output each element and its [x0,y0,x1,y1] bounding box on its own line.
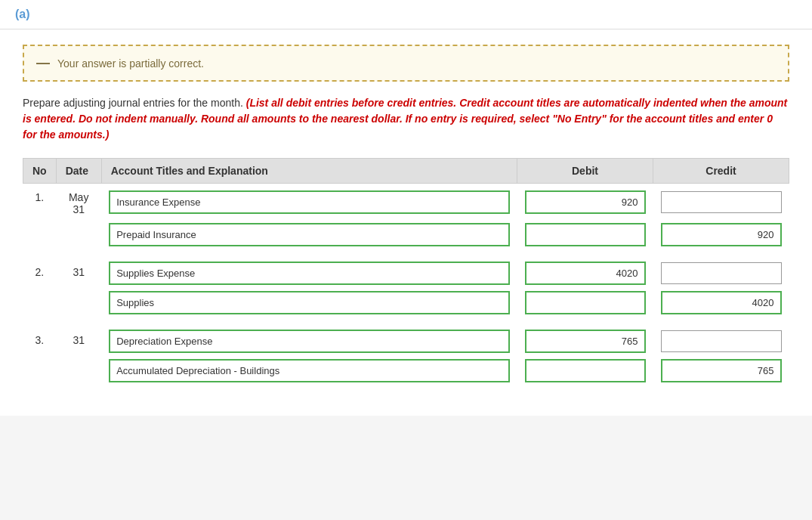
entry-date [56,220,101,249]
entry-number: 1. [23,184,57,221]
table-row: 2.31 [23,258,789,288]
credit-input[interactable] [661,223,782,246]
table-row: 1.May31 [23,184,789,221]
entry-date [56,288,101,317]
debit-cell [517,184,653,221]
account-input[interactable] [109,291,509,314]
debit-cell [517,288,653,317]
account-input[interactable] [109,330,509,353]
spacer-row [23,249,789,258]
header-account: Account Titles and Explanation [101,159,517,184]
account-cell [101,288,517,317]
entry-number [23,288,57,317]
instruction-plain: Prepare adjusting journal entries for th… [23,97,246,109]
debit-input[interactable] [525,223,646,246]
header-date: Date [56,159,101,184]
spacer-row [23,317,789,327]
credit-input[interactable] [661,291,782,314]
entry-number: 3. [23,327,57,356]
debit-input[interactable] [525,262,646,285]
page-header: (a) [0,0,812,29]
credit-cell [653,220,789,249]
credit-cell [653,258,789,288]
header-debit: Debit [517,159,653,184]
table-row [23,220,789,249]
table-row [23,288,789,317]
credit-cell [653,356,789,385]
credit-cell [653,184,789,221]
alert-icon: — [36,55,50,71]
account-input[interactable] [109,262,509,285]
table-row [23,356,789,385]
credit-input[interactable] [661,330,782,352]
account-cell [101,184,517,221]
debit-input[interactable] [525,190,646,214]
header-no: No [23,159,57,184]
credit-input[interactable] [661,191,782,213]
entry-date: 31 [56,327,101,356]
entry-number: 2. [23,258,57,288]
credit-cell [653,288,789,317]
account-cell [101,356,517,385]
entry-date: May31 [56,184,101,221]
account-cell [101,258,517,288]
credit-input[interactable] [661,359,782,382]
debit-input[interactable] [525,359,646,382]
account-input[interactable] [109,190,509,214]
account-input[interactable] [109,359,509,382]
entry-number [23,356,57,385]
credit-cell [653,327,789,356]
header-credit: Credit [653,159,789,184]
entry-date [56,356,101,385]
alert-box: — Your answer is partially correct. [23,45,789,82]
journal-table: No Date Account Titles and Explanation D… [23,158,789,385]
credit-input[interactable] [661,262,782,284]
debit-input[interactable] [525,291,646,314]
account-cell [101,327,517,356]
account-input[interactable] [109,223,509,246]
alert-text: Your answer is partially correct. [57,57,204,70]
table-row: 3.31 [23,327,789,356]
instruction-text: Prepare adjusting journal entries for th… [23,95,789,143]
entry-date: 31 [56,258,101,288]
section-label: (a) [15,8,30,20]
debit-cell [517,220,653,249]
main-content: — Your answer is partially correct. Prep… [0,29,812,416]
account-cell [101,220,517,249]
debit-cell [517,327,653,356]
debit-cell [517,356,653,385]
debit-input[interactable] [525,330,646,353]
entry-number [23,220,57,249]
debit-cell [517,258,653,288]
